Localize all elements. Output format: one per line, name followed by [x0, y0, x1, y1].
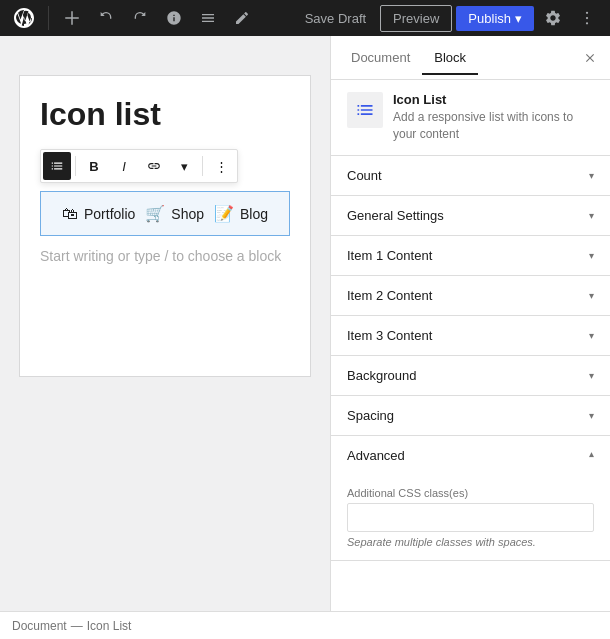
chevron-up-icon: ▾ [589, 450, 594, 461]
redo-button[interactable] [125, 3, 155, 33]
accordion-header-count[interactable]: Count ▾ [331, 156, 610, 195]
link-arrow-button[interactable]: ▾ [170, 152, 198, 180]
icon-list-block[interactable]: 🛍 Portfolio 🛒 Shop 📝 Blog [40, 191, 290, 236]
sidebar-close-button[interactable] [578, 46, 602, 70]
accordion-header-spacing[interactable]: Spacing ▾ [331, 396, 610, 435]
list-style-button[interactable] [43, 152, 71, 180]
accordion-header-background[interactable]: Background ▾ [331, 356, 610, 395]
bold-button[interactable]: B [80, 152, 108, 180]
status-separator: — [71, 619, 83, 633]
blog-icon: 📝 [214, 204, 234, 223]
accordion-label-item3-content: Item 3 Content [347, 328, 432, 343]
page-title[interactable]: Icon list [40, 96, 290, 133]
tab-document[interactable]: Document [339, 42, 422, 75]
toolbar-sep-2 [202, 156, 203, 176]
svg-point-4 [586, 22, 588, 24]
more-options-button[interactable] [572, 3, 602, 33]
block-name-label: Icon List [393, 92, 594, 107]
main-area: Icon list B I ▾ ⋮ 🛍 Portf [0, 36, 610, 611]
accordion-label-spacing: Spacing [347, 408, 394, 423]
accordion-count: Count ▾ [331, 156, 610, 196]
chevron-down-icon: ▾ [589, 210, 594, 221]
tools-button[interactable] [227, 3, 257, 33]
italic-button[interactable]: I [110, 152, 138, 180]
chevron-down-icon: ▾ [589, 330, 594, 341]
accordion-general-settings: General Settings ▾ [331, 196, 610, 236]
status-block-label: Icon List [87, 619, 132, 633]
accordion-label-item2-content: Item 2 Content [347, 288, 432, 303]
portfolio-label: Portfolio [84, 206, 135, 222]
accordion-label-count: Count [347, 168, 382, 183]
chevron-down-icon: ▾ [589, 370, 594, 381]
svg-point-2 [586, 12, 588, 14]
svg-point-3 [586, 17, 588, 19]
accordion-header-item3-content[interactable]: Item 3 Content ▾ [331, 316, 610, 355]
toolbar-sep-1 [75, 156, 76, 176]
list-view-button[interactable] [193, 3, 223, 33]
top-toolbar: Save Draft Preview Publish ▾ [0, 0, 610, 36]
portfolio-icon: 🛍 [62, 205, 78, 223]
accordion-label-advanced: Advanced [347, 448, 405, 463]
editor-placeholder[interactable]: Start writing or type / to choose a bloc… [40, 248, 290, 264]
css-class-input[interactable] [347, 503, 594, 532]
tab-block[interactable]: Block [422, 42, 478, 75]
chevron-down-icon: ▾ [589, 170, 594, 181]
add-block-button[interactable] [57, 3, 87, 33]
accordion-header-advanced[interactable]: Advanced ▾ [331, 436, 610, 475]
editor-area: Icon list B I ▾ ⋮ 🛍 Portf [0, 36, 330, 611]
block-icon [347, 92, 383, 128]
more-toolbar-button[interactable]: ⋮ [207, 152, 235, 180]
accordion-item1-content: Item 1 Content ▾ [331, 236, 610, 276]
icon-list-item-3: 📝 Blog [214, 204, 268, 223]
settings-sidebar: Document Block Icon List Add a responsiv… [330, 36, 610, 611]
accordion-header-general-settings[interactable]: General Settings ▾ [331, 196, 610, 235]
accordion-advanced: Advanced ▾ Additional CSS class(es) Sepa… [331, 436, 610, 561]
icon-list-item-1: 🛍 Portfolio [62, 205, 135, 223]
accordion-label-item1-content: Item 1 Content [347, 248, 432, 263]
settings-button[interactable] [538, 3, 568, 33]
accordion-background: Background ▾ [331, 356, 610, 396]
link-button[interactable] [140, 152, 168, 180]
accordion-header-item2-content[interactable]: Item 2 Content ▾ [331, 276, 610, 315]
block-desc-label: Add a responsive list with icons to your… [393, 109, 594, 143]
save-draft-button[interactable]: Save Draft [295, 5, 376, 32]
accordion-label-general-settings: General Settings [347, 208, 444, 223]
css-field-label: Additional CSS class(es) [347, 487, 594, 499]
sidebar-tabs: Document Block [331, 36, 610, 80]
blog-label: Blog [240, 206, 268, 222]
accordion-spacing: Spacing ▾ [331, 396, 610, 436]
publish-arrow-icon: ▾ [515, 11, 522, 26]
preview-button[interactable]: Preview [380, 5, 452, 32]
shop-icon: 🛒 [145, 204, 165, 223]
shop-label: Shop [171, 206, 204, 222]
block-toolbar: B I ▾ ⋮ [40, 149, 238, 183]
status-bar: Document — Icon List [0, 611, 610, 639]
css-field-help: Separate multiple classes with spaces. [347, 536, 594, 548]
editor-content: Icon list B I ▾ ⋮ 🛍 Portf [20, 76, 310, 376]
block-info: Icon List Add a responsive list with ico… [331, 80, 610, 156]
publish-button[interactable]: Publish ▾ [456, 6, 534, 31]
wp-logo[interactable] [8, 2, 40, 34]
accordion-header-item1-content[interactable]: Item 1 Content ▾ [331, 236, 610, 275]
settings-accordion: Count ▾ General Settings ▾ Item 1 Conten… [331, 156, 610, 611]
block-info-text: Icon List Add a responsive list with ico… [393, 92, 594, 143]
accordion-content-advanced: Additional CSS class(es) Separate multip… [331, 475, 610, 560]
svg-rect-1 [65, 17, 79, 19]
accordion-item3-content: Item 3 Content ▾ [331, 316, 610, 356]
accordion-label-background: Background [347, 368, 416, 383]
accordion-item2-content: Item 2 Content ▾ [331, 276, 610, 316]
icon-list-item-2: 🛒 Shop [145, 204, 204, 223]
chevron-down-icon: ▾ [589, 410, 594, 421]
toolbar-separator [48, 6, 49, 30]
info-button[interactable] [159, 3, 189, 33]
undo-button[interactable] [91, 3, 121, 33]
chevron-down-icon: ▾ [589, 250, 594, 261]
chevron-down-icon: ▾ [589, 290, 594, 301]
status-document-label[interactable]: Document [12, 619, 67, 633]
publish-label: Publish [468, 11, 511, 26]
